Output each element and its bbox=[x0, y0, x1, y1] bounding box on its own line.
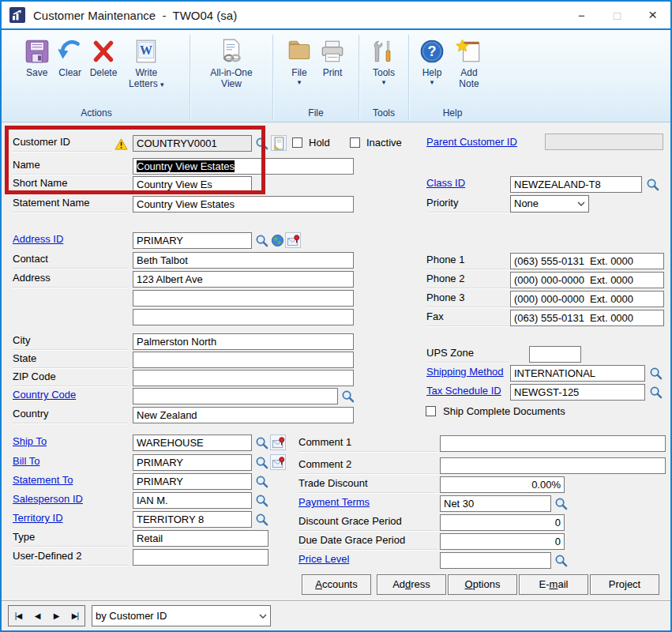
territory-lookup-icon[interactable] bbox=[253, 511, 269, 527]
internet-info-icon[interactable] bbox=[270, 434, 286, 450]
comment1-field[interactable] bbox=[440, 435, 666, 452]
address-line2-field[interactable] bbox=[133, 290, 354, 307]
address-id-link[interactable]: Address ID bbox=[13, 231, 63, 249]
statement-name-field[interactable]: Country View Estates bbox=[133, 196, 354, 213]
fax-field[interactable]: (063) 555-0131 Ext. 0000 bbox=[510, 310, 664, 326]
next-record-icon[interactable]: ▶ bbox=[47, 606, 66, 626]
contact-field[interactable]: Beth Talbot bbox=[133, 252, 354, 269]
bill-to-field[interactable]: PRIMARY bbox=[133, 454, 252, 471]
inactive-checkbox[interactable] bbox=[350, 137, 360, 148]
delete-button[interactable]: Delete bbox=[87, 36, 121, 80]
note-icon[interactable] bbox=[271, 135, 287, 151]
address-line3-field[interactable] bbox=[133, 309, 354, 325]
last-record-icon[interactable]: ▶| bbox=[66, 606, 84, 626]
country-code-lookup-icon[interactable] bbox=[340, 388, 355, 404]
payment-terms-lookup-icon[interactable] bbox=[553, 495, 569, 511]
tax-schedule-lookup-icon[interactable] bbox=[648, 384, 663, 400]
state-field[interactable] bbox=[133, 352, 354, 368]
statement-to-lookup-icon[interactable] bbox=[253, 473, 269, 489]
country-code-link[interactable]: Country Code bbox=[13, 387, 76, 404]
ship-to-lookup-icon[interactable] bbox=[253, 434, 269, 450]
territory-id-link[interactable]: Territory ID bbox=[13, 510, 63, 528]
tax-schedule-id-link[interactable]: Tax Schedule ID bbox=[426, 383, 501, 401]
shipping-method-link[interactable]: Shipping Method bbox=[426, 364, 504, 382]
salesperson-lookup-icon[interactable] bbox=[253, 492, 269, 508]
internet-info-icon[interactable] bbox=[285, 232, 301, 248]
phone1-field[interactable]: (063) 555-0131 Ext. 0000 bbox=[510, 253, 664, 269]
address-button[interactable]: Address bbox=[377, 574, 446, 595]
hold-checkbox[interactable] bbox=[292, 137, 302, 148]
payment-terms-link[interactable]: Payment Terms bbox=[298, 495, 370, 512]
tax-schedule-id-field[interactable]: NEWGST-125 bbox=[510, 384, 645, 401]
dropdown-arrow-icon: ▾ bbox=[382, 78, 386, 86]
tools-button[interactable]: Tools ▾ bbox=[367, 36, 400, 88]
city-field[interactable]: Palmerston North bbox=[133, 333, 354, 350]
salesperson-id-link[interactable]: Salesperson ID bbox=[13, 491, 83, 509]
ship-complete-documents-checkbox[interactable] bbox=[426, 406, 436, 416]
address-line1-field[interactable]: 123 Albert Ave bbox=[133, 271, 354, 288]
toolbar-group-actions: Save Clear Delete W bbox=[5, 33, 188, 122]
class-id-field[interactable]: NEWZEALAND-T8 bbox=[510, 176, 642, 193]
discount-grace-period-field[interactable]: 0 bbox=[440, 514, 565, 531]
address-id-field[interactable]: PRIMARY bbox=[133, 232, 252, 249]
country-code-field[interactable] bbox=[133, 388, 338, 404]
first-record-icon[interactable]: |◀ bbox=[9, 606, 28, 626]
class-id-lookup-icon[interactable] bbox=[644, 176, 660, 192]
ship-to-field[interactable]: WAREHOUSE bbox=[133, 434, 252, 451]
user-defined-2-field[interactable] bbox=[133, 549, 268, 566]
save-button[interactable]: Save bbox=[21, 36, 54, 80]
file-button[interactable]: File ▾ bbox=[283, 36, 316, 88]
comment2-field[interactable] bbox=[440, 457, 666, 474]
phone2-field[interactable]: (000) 000-0000 Ext. 0000 bbox=[510, 272, 664, 288]
options-button[interactable]: Options bbox=[448, 574, 517, 595]
priority-dropdown[interactable]: None bbox=[510, 195, 589, 213]
help-button[interactable]: ? Help ▾ bbox=[415, 36, 449, 88]
customer-form: Customer ID COUNTRYV0001 Hold Inactive P… bbox=[2, 122, 670, 600]
close-button[interactable]: × bbox=[635, 2, 670, 28]
ups-zone-field[interactable] bbox=[529, 346, 581, 363]
all-in-one-view-button[interactable]: All-in-One View bbox=[196, 36, 267, 91]
chevron-down-icon bbox=[577, 201, 585, 206]
sort-by-dropdown[interactable]: by Customer ID bbox=[92, 605, 271, 626]
price-level-lookup-icon[interactable] bbox=[553, 552, 569, 568]
annotation-highlight-box bbox=[5, 126, 265, 194]
due-date-grace-period-field[interactable]: 0 bbox=[440, 533, 565, 550]
statement-to-link[interactable]: Statement To bbox=[13, 472, 73, 490]
minimize-button[interactable]: − bbox=[564, 2, 599, 28]
print-button[interactable]: Print bbox=[316, 36, 349, 80]
write-letters-button[interactable]: W Write Letters ▾ bbox=[120, 36, 172, 91]
class-id-link[interactable]: Class ID bbox=[426, 175, 465, 193]
previous-record-icon[interactable]: ◀ bbox=[28, 606, 47, 626]
territory-id-field[interactable]: TERRITORY 8 bbox=[133, 511, 252, 528]
address-id-lookup-icon[interactable] bbox=[253, 232, 269, 248]
shipping-method-lookup-icon[interactable] bbox=[648, 365, 663, 381]
parent-customer-id-link[interactable]: Parent Customer ID bbox=[426, 134, 517, 152]
project-button[interactable]: Project bbox=[590, 574, 659, 595]
statement-to-field[interactable]: PRIMARY bbox=[133, 473, 252, 490]
price-level-link[interactable]: Price Level bbox=[298, 551, 349, 569]
email-button[interactable]: E-mail bbox=[519, 574, 588, 595]
bill-to-lookup-icon[interactable] bbox=[253, 454, 269, 470]
payment-terms-field[interactable]: Net 30 bbox=[440, 495, 551, 512]
accounts-button[interactable]: Accounts bbox=[302, 574, 371, 595]
salesperson-id-field[interactable]: IAN M. bbox=[133, 492, 252, 509]
add-note-button[interactable]: Add Note bbox=[449, 36, 490, 91]
phone3-field[interactable]: (000) 000-0000 Ext. 0000 bbox=[510, 291, 664, 307]
shipping-method-field[interactable]: INTERNATIONAL bbox=[510, 365, 645, 382]
file-label: File bbox=[291, 67, 306, 78]
price-level-field[interactable] bbox=[440, 552, 551, 569]
country-field[interactable]: New Zealand bbox=[133, 407, 354, 423]
zip-code-field[interactable] bbox=[133, 370, 354, 386]
dropdown-arrow-icon: ▾ bbox=[298, 78, 302, 86]
dropdown-arrow-icon: ▾ bbox=[160, 81, 164, 88]
all-in-one-view-label: All-in-One View bbox=[199, 67, 264, 89]
help-icon: ? bbox=[419, 38, 445, 65]
clear-button[interactable]: Clear bbox=[54, 36, 87, 80]
bill-to-link[interactable]: Bill To bbox=[13, 453, 39, 471]
internet-info-icon[interactable] bbox=[270, 454, 286, 470]
type-field[interactable]: Retail bbox=[133, 530, 268, 547]
globe-icon[interactable] bbox=[269, 232, 285, 248]
ship-to-link[interactable]: Ship To bbox=[13, 434, 47, 451]
maximize-button[interactable]: □ bbox=[599, 2, 635, 28]
trade-discount-field[interactable]: 0.00% bbox=[440, 476, 565, 493]
